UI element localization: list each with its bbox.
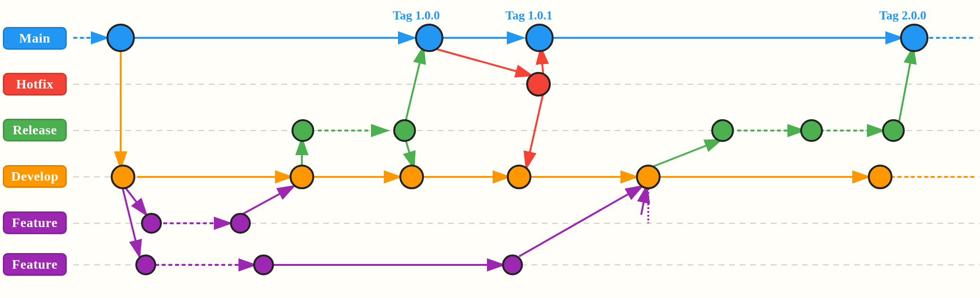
node-hotfix-1	[527, 73, 550, 96]
svg-line-25	[406, 140, 414, 168]
node-release-3	[712, 120, 733, 141]
node-develop-6	[869, 166, 892, 188]
diagram-container: Main Hotfix Release Develop Feature Feat…	[0, 0, 980, 298]
svg-line-36	[241, 186, 294, 215]
node-develop-1	[112, 166, 134, 188]
node-main-tag101	[526, 25, 553, 51]
diagram-svg	[0, 0, 980, 298]
node-release-5	[883, 120, 904, 141]
node-feature2-1	[136, 255, 155, 274]
node-develop-5	[637, 166, 660, 188]
node-develop-3	[400, 166, 423, 188]
node-release-1	[292, 120, 313, 141]
node-main-tag100	[416, 25, 442, 51]
node-release-2	[394, 120, 415, 141]
svg-line-39	[122, 186, 140, 257]
node-feature1-2	[231, 214, 250, 233]
node-main-1	[107, 25, 134, 51]
node-develop-2	[291, 166, 313, 188]
svg-line-38	[641, 186, 647, 215]
node-feature1-1	[142, 214, 161, 233]
svg-line-33	[526, 93, 543, 168]
node-develop-4	[508, 166, 530, 188]
node-release-4	[801, 120, 822, 141]
svg-line-42	[519, 186, 643, 256]
svg-line-27	[648, 140, 722, 168]
node-feature2-3	[503, 255, 522, 274]
node-main-tag200	[901, 25, 927, 51]
svg-line-31	[428, 47, 532, 76]
node-feature2-2	[254, 255, 273, 274]
